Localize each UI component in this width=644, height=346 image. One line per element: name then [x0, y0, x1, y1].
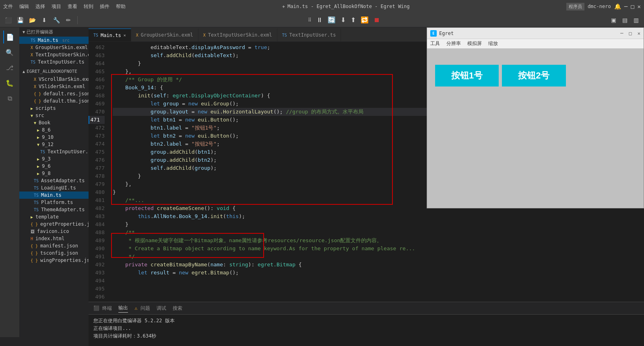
tree-vscrollbarskin[interactable]: X VScrollBarSkin.exml: [19, 76, 89, 83]
restart-button[interactable]: 🔁: [359, 15, 370, 25]
egret-menubar: 工具 分辨率 模拟屏 缩放: [427, 39, 644, 49]
egret-minimize[interactable]: ─: [620, 31, 623, 36]
tree-912[interactable]: ▼ 9_12: [19, 141, 89, 148]
terminal-tab-problems[interactable]: ⚠ 问题: [134, 304, 150, 313]
notification-icon[interactable]: 🔔: [614, 3, 621, 10]
exml-icon: X: [203, 33, 206, 37]
menu-edit[interactable]: 编辑: [19, 3, 29, 10]
menu-file[interactable]: 文件: [3, 3, 13, 10]
egret-window-title: Egret: [439, 31, 454, 36]
open-file-main-ts[interactable]: TS Main.ts src: [19, 37, 89, 44]
tree-manifest[interactable]: { } manifest.json: [19, 242, 89, 249]
terminal-tab-search[interactable]: 搜索: [173, 304, 182, 313]
terminal-line-1: 您正在使用白鹭编译器 5.2.22 版本: [93, 317, 639, 325]
step-into-button[interactable]: ⬇: [339, 15, 347, 25]
tree-defaultthm[interactable]: { } default.thm.json: [19, 97, 89, 105]
exml-icon: X: [136, 33, 138, 37]
sidebar-icon-search[interactable]: 🔍: [3, 46, 16, 59]
menu-select[interactable]: 选择: [35, 3, 45, 10]
open-file-textinputuser[interactable]: TS TextInputUser.ts src\Book9_12: [19, 58, 89, 66]
tree-96[interactable]: ▶ 9_6: [19, 163, 89, 170]
terminal-line-2: 正在编译项目...: [93, 325, 639, 332]
tree-book[interactable]: ▼ Book: [19, 119, 89, 126]
egret-button-2[interactable]: 按钮2号: [502, 65, 566, 86]
tree-main-ts[interactable]: TS Main.ts: [19, 192, 89, 199]
new-file-button[interactable]: ⬛: [3, 15, 13, 25]
minimize-button[interactable]: ─: [624, 3, 627, 10]
menu-bar[interactable]: 文件 编辑 选择 项目 查看 转到 插件 帮助: [3, 3, 126, 10]
maximize-button[interactable]: □: [631, 3, 634, 10]
tree-egretproperties[interactable]: { } egretProperties.json: [19, 220, 89, 228]
tree-loadingui[interactable]: TS LoadingUI.ts: [19, 184, 89, 192]
tab-close-icon[interactable]: ✕: [124, 33, 126, 37]
debug-grid-button[interactable]: ⠿: [306, 16, 313, 24]
step-out-button[interactable]: ⬆: [349, 15, 357, 25]
egret-buttons-container: 按钮1号 按钮2号: [427, 57, 644, 95]
chevron-icon: ▼: [23, 30, 25, 34]
terminal-tab-debug[interactable]: 调试: [157, 304, 166, 313]
tree-themeadapter[interactable]: TS ThemeAdapter.ts: [19, 206, 89, 213]
tree-scripts[interactable]: ▶ scripts: [19, 105, 89, 112]
menu-project[interactable]: 项目: [52, 3, 61, 10]
egret-titlebar: E Egret ─ □ ✕: [427, 28, 644, 39]
close-button[interactable]: ✕: [638, 3, 641, 10]
download-button[interactable]: ⬇: [39, 15, 49, 25]
menu-plugin[interactable]: 插件: [100, 3, 109, 10]
tree-defaultres[interactable]: { } default.res.json: [19, 90, 89, 97]
egret-menu-zoom[interactable]: 缩放: [488, 40, 498, 47]
tree-indexhtml[interactable]: H index.html: [19, 235, 89, 242]
egret-maximize[interactable]: □: [629, 31, 632, 36]
tree-assetadapter[interactable]: TS AssetAdapter.ts: [19, 177, 89, 184]
sidebar-icon-files[interactable]: 📄: [3, 31, 16, 43]
tree-910[interactable]: ▶ 9_10: [19, 134, 89, 141]
open-file-textinputuserskin[interactable]: X TextInputUserSkin.exml resou...: [19, 51, 89, 58]
tab-textinputuserskin[interactable]: X TextInputUserSkin.exml: [198, 29, 277, 41]
panel-toggle[interactable]: ▤: [620, 15, 630, 25]
tab-main-ts[interactable]: TS Main.ts ✕: [89, 29, 131, 41]
sidebar-icon-extensions[interactable]: ⧉: [3, 92, 16, 105]
terminal-tab-output[interactable]: 输出: [118, 304, 128, 313]
menu-view[interactable]: 查看: [68, 3, 77, 10]
layout-toggle[interactable]: ▥: [631, 15, 641, 25]
tab-groupuserskin[interactable]: X GroupUserSkin.exml: [131, 29, 198, 41]
sidebar-icon-git[interactable]: ⎇: [3, 61, 16, 74]
tree-wingproperties[interactable]: { } wingProperties.json: [19, 257, 89, 264]
open-editors-section[interactable]: ▼ 已打开编辑器: [19, 27, 89, 37]
build-button[interactable]: 🔧: [52, 15, 61, 25]
debug-toolbar: ⠿ ⏸ 🔄 ⬇ ⬆ 🔁 ⏹: [306, 15, 382, 25]
egret-menu-screen[interactable]: 模拟屏: [467, 40, 482, 47]
tree-src[interactable]: ▼ src: [19, 112, 89, 119]
separator: [77, 16, 78, 24]
menu-help[interactable]: 帮助: [116, 3, 126, 10]
menu-goto[interactable]: 转到: [84, 3, 93, 10]
egret-close[interactable]: ✕: [638, 31, 640, 36]
tree-vsliderskin[interactable]: X VSliderSkin.exml: [19, 83, 89, 90]
egret-menu-resolution[interactable]: 分辨率: [446, 40, 461, 47]
pause-button[interactable]: ⏸: [315, 16, 324, 25]
tab-textinputuser[interactable]: TS TextInputUser.ts: [277, 29, 341, 41]
refresh-button[interactable]: 🔄: [326, 15, 337, 25]
sidebar-icon-debug[interactable]: 🐛: [3, 76, 16, 89]
save-button[interactable]: 💾: [15, 15, 25, 25]
tree-template[interactable]: ▶ template: [19, 213, 89, 220]
open-button[interactable]: 📂: [27, 15, 37, 25]
stop-button[interactable]: ⏹: [372, 16, 382, 25]
tab-label: Main.ts: [101, 33, 121, 38]
egret-menu-tools[interactable]: 工具: [430, 40, 440, 47]
edit-button[interactable]: ✏: [64, 15, 73, 25]
terminal-tab-terminal[interactable]: ⬛ 终端: [93, 304, 112, 313]
tree-tsconfig[interactable]: { } tsconfig.json: [19, 249, 89, 257]
terminal-tab-bar: ⬛ 终端 输出 ⚠ 问题 调试 搜索: [89, 302, 644, 315]
sidebar: 📄 🔍 ⎇ 🐛 ⧉ ▼ 已打开编辑器 TS Main.ts src X: [0, 27, 89, 346]
tree-textinputuser[interactable]: TS TextInputUser.ts: [19, 148, 89, 155]
project-section[interactable]: ▲ EGRET_ALLBOOKOFNOTE: [19, 67, 89, 76]
tree-93[interactable]: ▶ 9_3: [19, 155, 89, 163]
open-file-groupuserskin[interactable]: X GroupUserSkin.exml resou...: [19, 44, 89, 51]
titlebar-right: 程序员 dmc-nero 🔔 ─ □ ✕: [566, 3, 641, 10]
tree-favicon[interactable]: 🖼 favicon.ico: [19, 228, 89, 235]
egret-button-1[interactable]: 按钮1号: [435, 65, 499, 86]
tree-platform[interactable]: TS Platform.ts: [19, 199, 89, 206]
tree-86[interactable]: ▶ 8_6: [19, 126, 89, 134]
tree-98[interactable]: ▶ 9_8: [19, 170, 89, 177]
sidebar-toggle[interactable]: ▣: [609, 15, 618, 25]
